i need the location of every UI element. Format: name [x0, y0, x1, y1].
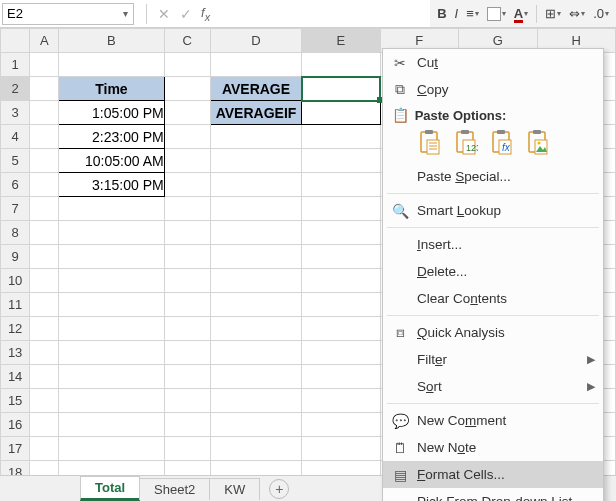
cell-D2[interactable]: AVERAGE: [210, 77, 301, 101]
cell-B15[interactable]: [59, 389, 164, 413]
cell-A4[interactable]: [30, 125, 59, 149]
bold-button[interactable]: B: [434, 6, 449, 21]
cell-D1[interactable]: [210, 53, 301, 77]
cell-D16[interactable]: [210, 413, 301, 437]
cell-A1[interactable]: [30, 53, 59, 77]
row-header-3[interactable]: 3: [1, 101, 30, 125]
cell-E15[interactable]: [302, 389, 380, 413]
cell-E6[interactable]: [302, 173, 380, 197]
cell-D7[interactable]: [210, 197, 301, 221]
row-header-4[interactable]: 4: [1, 125, 30, 149]
cell-B11[interactable]: [59, 293, 164, 317]
ctx-filter[interactable]: Filter ▶: [383, 346, 603, 373]
tab-kw[interactable]: KW: [209, 478, 260, 500]
fill-color-button[interactable]: ▾: [484, 7, 509, 21]
cell-B13[interactable]: [59, 341, 164, 365]
paste-icon-formulas[interactable]: fx: [489, 129, 515, 157]
cell-E9[interactable]: [302, 245, 380, 269]
ctx-smart-lookup[interactable]: 🔍 Smart Lookup: [383, 197, 603, 224]
cell-C7[interactable]: [164, 197, 210, 221]
cell-D8[interactable]: [210, 221, 301, 245]
cell-C14[interactable]: [164, 365, 210, 389]
cell-D14[interactable]: [210, 365, 301, 389]
ctx-delete[interactable]: Delete...: [383, 258, 603, 285]
cell-E13[interactable]: [302, 341, 380, 365]
cell-E1[interactable]: [302, 53, 380, 77]
col-header-C[interactable]: C: [164, 29, 210, 53]
cell-B16[interactable]: [59, 413, 164, 437]
ctx-clear-contents[interactable]: Clear Contents: [383, 285, 603, 312]
cell-B8[interactable]: [59, 221, 164, 245]
tab-total[interactable]: Total: [80, 476, 140, 501]
cell-B3[interactable]: 1:05:00 PM: [59, 101, 164, 125]
cell-C13[interactable]: [164, 341, 210, 365]
cell-B10[interactable]: [59, 269, 164, 293]
ctx-insert[interactable]: Insert...: [383, 231, 603, 258]
cell-E7[interactable]: [302, 197, 380, 221]
cell-D4[interactable]: [210, 125, 301, 149]
cell-E12[interactable]: [302, 317, 380, 341]
cell-E8[interactable]: [302, 221, 380, 245]
cell-C15[interactable]: [164, 389, 210, 413]
cell-B6[interactable]: 3:15:00 PM: [59, 173, 164, 197]
cell-E14[interactable]: [302, 365, 380, 389]
paste-icon-default[interactable]: [417, 129, 443, 157]
cell-E10[interactable]: [302, 269, 380, 293]
cell-D11[interactable]: [210, 293, 301, 317]
number-format-button[interactable]: .0▾: [590, 6, 612, 21]
row-header-6[interactable]: 6: [1, 173, 30, 197]
cell-A17[interactable]: [30, 437, 59, 461]
cell-B7[interactable]: [59, 197, 164, 221]
cell-B1[interactable]: [59, 53, 164, 77]
cell-A2[interactable]: [30, 77, 59, 101]
cell-E5[interactable]: [302, 149, 380, 173]
cell-B18[interactable]: [59, 461, 164, 476]
ctx-cut[interactable]: ✂ Cut: [383, 49, 603, 76]
cell-B12[interactable]: [59, 317, 164, 341]
cell-D6[interactable]: [210, 173, 301, 197]
cell-C5[interactable]: [164, 149, 210, 173]
cell-A9[interactable]: [30, 245, 59, 269]
ctx-format-cells[interactable]: ▤ Format Cells...: [383, 461, 603, 488]
cell-C17[interactable]: [164, 437, 210, 461]
row-header-8[interactable]: 8: [1, 221, 30, 245]
insert-function-button[interactable]: fx: [201, 5, 210, 23]
row-header-11[interactable]: 11: [1, 293, 30, 317]
cell-C16[interactable]: [164, 413, 210, 437]
cell-A7[interactable]: [30, 197, 59, 221]
merge-button[interactable]: ⇔▾: [566, 6, 588, 21]
row-header-16[interactable]: 16: [1, 413, 30, 437]
cell-A5[interactable]: [30, 149, 59, 173]
cell-E17[interactable]: [302, 437, 380, 461]
cell-E2[interactable]: [302, 77, 380, 101]
cell-E3[interactable]: [302, 101, 380, 125]
cell-A6[interactable]: [30, 173, 59, 197]
select-all-button[interactable]: [1, 29, 30, 53]
cell-A18[interactable]: [30, 461, 59, 476]
paste-icon-values[interactable]: 123: [453, 129, 479, 157]
borders-button[interactable]: ⊞▾: [542, 6, 564, 21]
align-button[interactable]: ≡▾: [463, 6, 482, 21]
font-color-button[interactable]: A▾: [511, 6, 531, 21]
paste-icon-picture[interactable]: [525, 129, 551, 157]
row-header-5[interactable]: 5: [1, 149, 30, 173]
cell-C9[interactable]: [164, 245, 210, 269]
col-header-D[interactable]: D: [210, 29, 301, 53]
cell-D3[interactable]: AVERAGEIF: [210, 101, 301, 125]
tab-sheet2[interactable]: Sheet2: [139, 478, 210, 500]
cell-A3[interactable]: [30, 101, 59, 125]
row-header-13[interactable]: 13: [1, 341, 30, 365]
cell-A16[interactable]: [30, 413, 59, 437]
cell-A8[interactable]: [30, 221, 59, 245]
cell-E18[interactable]: [302, 461, 380, 476]
cell-C6[interactable]: [164, 173, 210, 197]
ctx-new-note[interactable]: 🗒 New Note: [383, 434, 603, 461]
row-header-7[interactable]: 7: [1, 197, 30, 221]
new-sheet-button[interactable]: +: [269, 479, 289, 499]
cell-C2[interactable]: [164, 77, 210, 101]
cell-D13[interactable]: [210, 341, 301, 365]
cell-D10[interactable]: [210, 269, 301, 293]
cell-D5[interactable]: [210, 149, 301, 173]
cell-B14[interactable]: [59, 365, 164, 389]
cell-D9[interactable]: [210, 245, 301, 269]
